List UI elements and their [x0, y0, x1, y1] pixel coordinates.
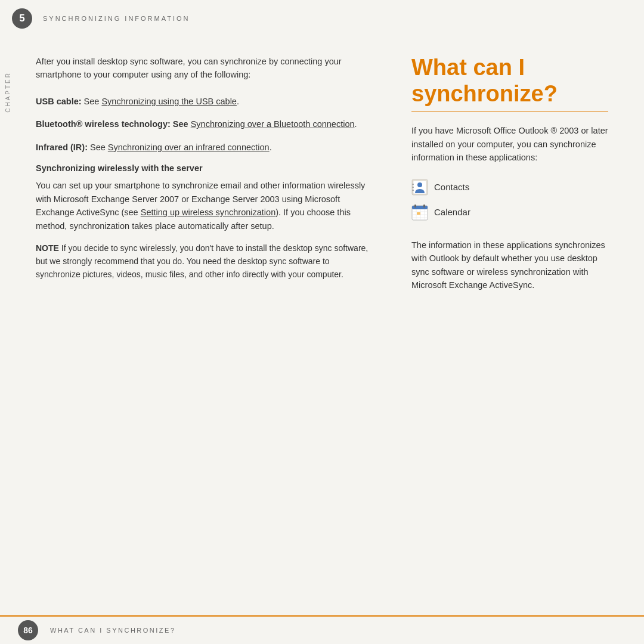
svg-rect-3	[412, 184, 414, 185]
footer-text: WHAT CAN I SYNCHRONIZE?	[50, 627, 176, 634]
infrared-link[interactable]: Synchronizing over an infrared connectio…	[108, 143, 270, 152]
usb-period: .	[237, 97, 239, 106]
bluetooth-link[interactable]: Synchronizing over a Bluetooth connectio…	[191, 119, 355, 129]
top-header: 5 SYNCHRONIZING INFORMATION	[0, 0, 644, 37]
svg-rect-7	[412, 206, 428, 209]
svg-point-2	[417, 182, 422, 187]
usb-text: See	[84, 97, 102, 106]
bluetooth-text: wireless technology: See	[82, 119, 190, 129]
calendar-icon	[411, 204, 428, 221]
svg-rect-8	[414, 205, 416, 208]
heading-line2: synchronize?	[411, 81, 558, 106]
infrared-text: See	[88, 143, 108, 152]
bluetooth-label: Bluetooth	[36, 119, 76, 129]
chapter-side-label: CHAPTER	[5, 72, 11, 113]
heading-line1: What can I	[411, 55, 525, 80]
right-intro: If you have Microsoft Office Outlook ® 2…	[411, 124, 608, 164]
infrared-section: Infrared (IR): See Synchronizing over an…	[36, 141, 376, 154]
wireless-para: You can set up your smartphone to synchr…	[36, 179, 376, 233]
app-list: Contacts	[411, 179, 608, 221]
page-container: 5 SYNCHRONIZING INFORMATION CHAPTER Afte…	[0, 0, 644, 644]
calendar-label: Calendar	[434, 207, 470, 217]
note-label: NOTE	[36, 243, 59, 253]
left-column: After you install desktop sync software,…	[36, 55, 376, 597]
main-content: After you install desktop sync software,…	[0, 37, 644, 615]
note-text: If you decide to sync wirelessly, you do…	[36, 243, 368, 278]
intro-paragraph: After you install desktop sync software,…	[36, 55, 376, 82]
app-list-item-calendar: Calendar	[411, 204, 608, 221]
contacts-label: Contacts	[434, 182, 469, 192]
bluetooth-registered: ®	[76, 119, 83, 129]
infrared-period: .	[270, 143, 272, 152]
right-column: What can I synchronize? If you have Micr…	[405, 55, 608, 597]
wireless-link[interactable]: Setting up wireless synchronization	[141, 208, 275, 217]
app-list-item-contacts: Contacts	[411, 179, 608, 196]
usb-section: USB cable: See Synchronizing using the U…	[36, 95, 376, 108]
svg-rect-9	[423, 205, 425, 208]
wireless-heading: Synchronizing wirelessly with the server	[36, 163, 376, 173]
chapter-number: 5	[19, 13, 24, 24]
footer-page-number: 86	[18, 620, 38, 640]
bottom-footer: 86 WHAT CAN I SYNCHRONIZE?	[0, 615, 644, 644]
right-footer-text: The information in these applications sy…	[411, 239, 608, 292]
usb-link[interactable]: Synchronizing using the USB cable	[101, 97, 237, 106]
bluetooth-section: Bluetooth® wireless technology: See Sync…	[36, 117, 376, 131]
svg-rect-5	[412, 190, 414, 191]
svg-rect-16	[417, 212, 420, 215]
chapter-badge: 5	[12, 8, 32, 29]
chapter-title-top: SYNCHRONIZING INFORMATION	[43, 15, 190, 22]
bluetooth-period: .	[355, 119, 357, 129]
contacts-icon	[411, 179, 428, 196]
infrared-label: Infrared (IR):	[36, 143, 88, 152]
heading-rule	[411, 112, 608, 112]
svg-rect-4	[412, 187, 414, 188]
section-heading: What can I synchronize?	[411, 55, 608, 107]
note-block: NOTE If you decide to sync wirelessly, y…	[36, 242, 376, 281]
usb-label: USB cable:	[36, 97, 82, 106]
